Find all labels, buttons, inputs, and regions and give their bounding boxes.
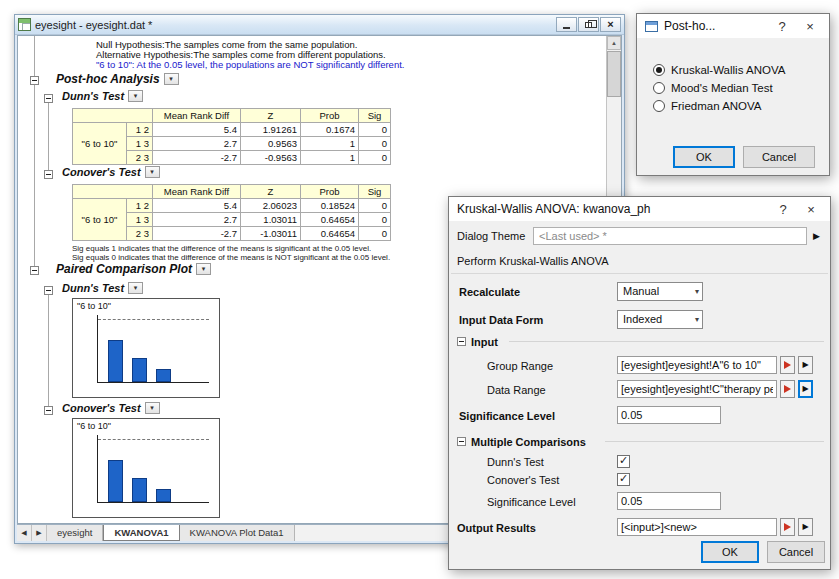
tree-line [34,36,35,268]
plot-dunns-header: Dunn's Test ▾ [62,282,143,294]
paired-plot-dropdown-button[interactable]: ▾ [196,263,211,275]
multiple-comparisons-collapse[interactable] [457,437,466,446]
value-cell: 5.4 [153,123,241,137]
posthoc-dropdown-button[interactable]: ▾ [164,73,179,85]
collapse-toggle-dunns[interactable] [44,94,53,103]
data-range-selector-button[interactable] [780,380,795,398]
input-section-label: Input [471,333,498,351]
paired-plot-title: Paired Comparison Plot [56,262,192,276]
ok-button[interactable]: OK [701,541,759,563]
collapse-toggle-posthoc[interactable] [30,76,39,85]
tab-kwanova-plot-data1[interactable]: KWANOVA Plot Data1 [180,525,295,541]
recalculate-select[interactable]: Manual ▾ [617,282,703,301]
mc-significance-input[interactable] [617,492,721,510]
restore-button[interactable] [578,17,599,32]
tree-line [48,288,49,408]
conovers-dropdown-button[interactable]: ▾ [145,166,160,178]
conovers-test-checkbox[interactable] [617,473,630,486]
value-cell: 0.18524 [301,199,359,213]
bar [132,358,147,382]
ok-button[interactable]: OK [673,146,735,168]
conovers-paired-comparison-plot[interactable]: "6 to 10" [72,418,220,518]
scroll-up-button[interactable]: ▲ [607,36,621,50]
tab-kwanova1[interactable]: KWANOVA1 [103,525,179,541]
conovers-test-table: Mean Rank Diff Z Prob Sig "6 to 10" 1 2 … [72,184,391,241]
bar [156,489,171,502]
mc-significance-label: Significance Level [487,493,576,511]
cancel-button[interactable]: Cancel [767,541,825,563]
plot-axes [97,435,209,503]
help-button[interactable]: ? [771,19,793,34]
dunns-paired-comparison-plot[interactable]: "6 to 10" [72,298,220,398]
value-cell: 5.4 [153,199,241,213]
dialog-icon [645,21,658,32]
close-button[interactable]: × [600,17,621,32]
col-prob: Prob [301,185,359,199]
scroll-thumb[interactable] [607,51,621,97]
section-rule [509,341,824,342]
input-data-form-select[interactable]: Indexed ▾ [617,310,703,329]
tab-scroll-left-button[interactable]: ◀ [17,525,32,541]
minimize-button[interactable] [556,17,577,32]
output-flyout-button[interactable]: ▶ [798,518,813,536]
close-button[interactable]: × [800,202,822,217]
data-range-input[interactable] [617,380,777,398]
window-title: eyesight - eyesight.dat * [35,19,552,31]
significance-level-input[interactable] [617,406,721,424]
plot-conovers-dropdown-button[interactable]: ▾ [145,402,160,414]
group-range-flyout-button[interactable]: ▶ [798,356,813,374]
kwanova-dialog-title: Kruskal-Wallis ANOVA: kwanova_ph [457,202,766,216]
value-cell: 2.7 [153,137,241,151]
posthoc-dialog-titlebar[interactable]: Post-ho... ? × [637,14,829,38]
radio-kruskal-wallis[interactable]: Kruskal-Wallis ANOVA [653,64,785,76]
bar-series [98,435,209,502]
section-rule [605,441,824,442]
radio-friedman[interactable]: Friedman ANOVA [653,100,762,112]
range-selector-icon [784,385,791,393]
col-sig: Sig [359,109,391,123]
collapse-toggle-plot-conovers[interactable] [44,406,53,415]
group-range-selector-button[interactable] [780,356,795,374]
value-cell: 0.64654 [301,227,359,241]
group-range-input[interactable] [617,356,777,374]
value-cell: 1.03011 [241,213,301,227]
input-section-collapse[interactable] [457,337,466,346]
collapse-toggle-conovers[interactable] [44,170,53,179]
output-selector-button[interactable] [780,518,795,536]
recalculate-label: Recalculate [459,283,520,301]
close-button[interactable]: × [799,19,821,34]
theme-flyout-button[interactable]: ▶ [813,227,820,245]
pair-cell: 2 3 [127,227,153,241]
worksheet-icon [18,18,31,31]
data-range-label: Data Range [487,381,546,399]
tab-eyesight[interactable]: eyesight [47,525,103,541]
value-cell: 1.91261 [241,123,301,137]
plot-dunns-dropdown-button[interactable]: ▾ [128,282,143,294]
help-button[interactable]: ? [772,202,794,217]
collapse-toggle-paired-plot[interactable] [30,266,39,275]
bar [156,369,171,382]
dunns-dropdown-button[interactable]: ▾ [128,90,143,102]
input-data-form-label: Input Data Form [459,311,543,329]
tab-scroll-right-button[interactable]: ▶ [32,525,47,541]
pair-cell: 1 3 [127,137,153,151]
workbook-titlebar[interactable]: eyesight - eyesight.dat * × [15,15,624,35]
value-cell: 2.06023 [241,199,301,213]
dunns-test-checkbox[interactable] [617,455,630,468]
value-cell: 1 [301,137,359,151]
output-results-input[interactable] [617,518,777,536]
dialog-theme-value[interactable]: <Last used> * [533,227,807,245]
kwanova-dialog-titlebar[interactable]: Kruskal-Wallis ANOVA: kwanova_ph ? × [449,197,830,221]
collapse-toggle-plot-dunns[interactable] [44,286,53,295]
posthoc-dialog: Post-ho... ? × Kruskal-Wallis ANOVA Mood… [636,13,830,176]
flyout-arrow-icon: ▶ [802,385,808,393]
plot-conovers-title: Conover's Test [62,402,141,414]
cancel-button[interactable]: Cancel [743,146,815,168]
value-cell: 0 [359,213,391,227]
data-range-flyout-button[interactable]: ▶ [798,380,813,398]
col-z: Z [241,185,301,199]
value-cell: -1.03011 [241,227,301,241]
posthoc-analysis-title: Post-hoc Analysis [56,72,160,86]
value-cell: 0 [359,151,391,165]
radio-moods-median[interactable]: Mood's Median Test [653,82,773,94]
